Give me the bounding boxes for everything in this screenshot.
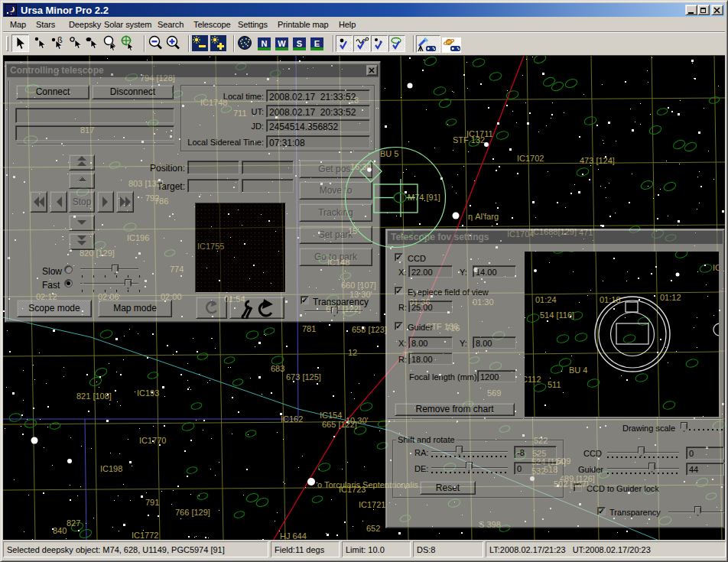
svg-text:791: 791 bbox=[145, 498, 159, 507]
svg-text:766 [129]: 766 [129] bbox=[175, 508, 210, 517]
svg-text:10 30': 10 30' bbox=[346, 416, 369, 425]
svg-text:IC1: IC1 bbox=[713, 263, 719, 272]
svg-text:HJ 644: HJ 644 bbox=[280, 531, 307, 540]
svg-text:821 [108]: 821 [108] bbox=[76, 391, 112, 401]
svg-text:827: 827 bbox=[67, 518, 80, 528]
svg-text:IC162: IC162 bbox=[281, 414, 303, 424]
svg-text:IC112: IC112 bbox=[525, 375, 541, 384]
svg-text:W: W bbox=[278, 39, 286, 48]
svg-text:01:12: 01:12 bbox=[660, 293, 681, 302]
svg-text:652: 652 bbox=[366, 524, 380, 533]
svg-text:IC1702: IC1702 bbox=[517, 154, 544, 163]
svg-text:IC1755: IC1755 bbox=[197, 242, 224, 251]
svg-text:514 [116]: 514 [116] bbox=[540, 310, 574, 320]
svg-text:IC193: IC193 bbox=[137, 388, 159, 398]
svg-text:BU 4: BU 4 bbox=[569, 365, 587, 375]
svg-text:781: 781 bbox=[302, 324, 316, 333]
svg-text:01:24: 01:24 bbox=[535, 295, 557, 304]
svg-text:511: 511 bbox=[548, 380, 561, 389]
svg-text:IC1772: IC1772 bbox=[132, 531, 158, 540]
svg-text:683: 683 bbox=[271, 364, 284, 373]
svg-text:673 [125]: 673 [125] bbox=[286, 372, 321, 382]
svg-text:473 [124]: 473 [124] bbox=[580, 156, 615, 165]
svg-text:STF 132: STF 132 bbox=[453, 135, 485, 145]
svg-text:840: 840 bbox=[53, 526, 67, 535]
svg-text:BU 5: BU 5 bbox=[380, 149, 398, 158]
svg-text:E: E bbox=[314, 39, 320, 48]
svg-text:IC198: IC198 bbox=[100, 464, 122, 473]
svg-text:η Al'farg: η Al'farg bbox=[468, 212, 499, 221]
svg-text:IC1723: IC1723 bbox=[339, 485, 366, 494]
svg-text:658 [123]: 658 [123] bbox=[352, 325, 387, 334]
svg-text:M74 [91]: M74 [91] bbox=[408, 193, 440, 202]
svg-text:N: N bbox=[262, 39, 268, 48]
svg-text:S: S bbox=[297, 39, 302, 48]
svg-text:IC1721: IC1721 bbox=[359, 500, 385, 509]
svg-text:IC154: IC154 bbox=[320, 411, 342, 420]
svg-text:12: 12 bbox=[348, 348, 357, 357]
